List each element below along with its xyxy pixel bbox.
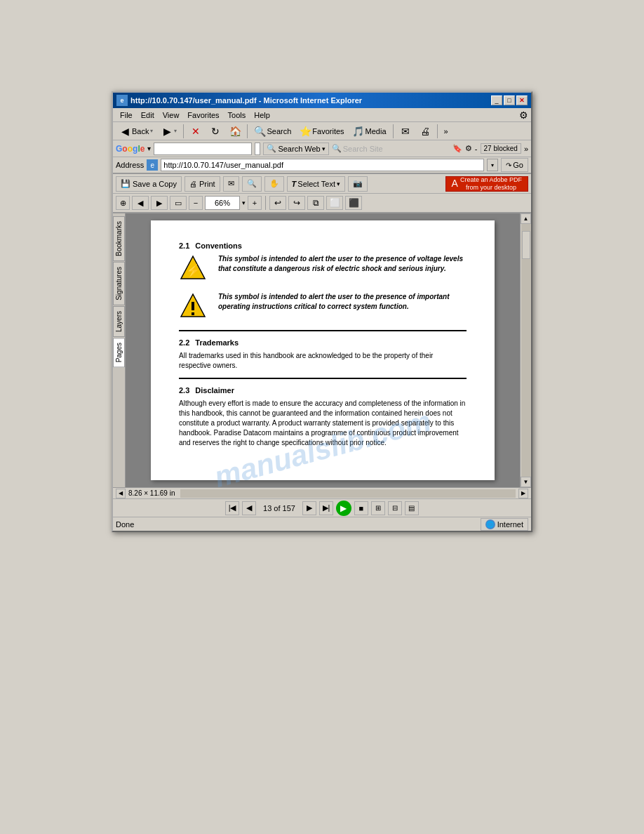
back-button[interactable]: ◀ Back ▾ [116, 124, 156, 139]
email-button[interactable]: ✉ [223, 176, 239, 192]
menu-tools[interactable]: Tools [224, 110, 250, 121]
menu-view[interactable]: View [159, 110, 184, 121]
find-button[interactable]: 🔍 [242, 176, 262, 192]
favorites-button[interactable]: ⭐ Favorites [296, 124, 347, 139]
google-search-input[interactable] [154, 143, 252, 155]
scroll-up-button[interactable]: ▲ [521, 213, 531, 224]
select-text-arrow[interactable]: ▾ [337, 180, 340, 187]
refresh-button[interactable]: ↻ [206, 124, 224, 139]
more-button[interactable]: » [441, 124, 452, 139]
bottom-scroll-track[interactable] [180, 489, 516, 498]
menu-favorites[interactable]: Favorites [183, 110, 223, 121]
address-input[interactable] [161, 159, 484, 171]
home-icon: 🏠 [229, 126, 241, 137]
scroll-track[interactable] [521, 224, 531, 477]
bookmark-icon[interactable]: 🔖 [452, 144, 462, 153]
signatures-tab[interactable]: Signatures [113, 262, 125, 305]
print-button[interactable]: 🖨 Print [185, 176, 220, 192]
mail-button[interactable]: ✉ [396, 124, 415, 139]
google-logo: Google [116, 144, 145, 154]
zoom-in-btn[interactable]: + [248, 196, 262, 210]
scroll-right-button[interactable]: ▶ [518, 489, 528, 498]
full-screen-btn[interactable]: ⬛ [345, 196, 362, 210]
print-icon: 🖨 [189, 180, 197, 188]
undo-btn[interactable]: ↩ [269, 196, 286, 210]
search-web-button[interactable]: 🔍 Search Web ▾ [263, 143, 328, 155]
more-icon[interactable]: » [524, 145, 528, 153]
find-icon: 🔍 [247, 179, 257, 188]
hand-tool-button[interactable]: ✋ [264, 176, 284, 192]
prev-page-button[interactable]: ◀ [242, 501, 256, 515]
toolbar-separator-2 [247, 124, 248, 138]
page-layout-btn[interactable]: ▭ [170, 196, 187, 210]
scroll-left-button[interactable]: ◀ [116, 489, 126, 498]
grid-view-3-button[interactable]: ▤ [405, 501, 419, 515]
snapshot-button[interactable]: 📷 [348, 176, 368, 192]
menu-file[interactable]: File [116, 110, 137, 121]
forward-button[interactable]: ▶ ▾ [158, 124, 180, 139]
play-button[interactable]: ▶ [336, 501, 351, 516]
email-icon: ✉ [228, 179, 234, 188]
left-panel-tabs: Bookmarks Signatures Layers Pages [113, 213, 126, 487]
back-dropdown-arrow[interactable]: ▾ [150, 128, 153, 134]
scroll-thumb[interactable] [522, 231, 530, 259]
layers-tab[interactable]: Layers [113, 306, 125, 337]
grid-view-1-button[interactable]: ⊞ [371, 501, 385, 515]
home-button[interactable]: 🏠 [226, 124, 244, 139]
ie-settings-icon[interactable]: ⚙ [519, 110, 528, 121]
minimize-button[interactable]: _ [491, 95, 502, 105]
go-icon: ↷ [506, 161, 511, 169]
browser-icon: e [116, 95, 128, 106]
scroll-down-button[interactable]: ▼ [521, 477, 531, 487]
bottom-scrollbar[interactable] [180, 489, 516, 498]
search-button[interactable]: 🔍 Search [250, 124, 295, 139]
zoom-out-btn[interactable]: − [189, 196, 203, 210]
close-button[interactable]: ✕ [516, 95, 528, 105]
menu-help[interactable]: Help [250, 110, 274, 121]
zoom-add-button[interactable]: ⊕ [116, 196, 130, 210]
save-copy-button[interactable]: 💾 Save a Copy [116, 176, 182, 192]
menu-bar: File Edit View Favorites Tools Help ⚙ [113, 108, 531, 122]
save-copy-label: Save a Copy [133, 180, 177, 188]
last-page-button[interactable]: ▶| [319, 501, 333, 515]
go-button[interactable]: ↷ Go [501, 158, 528, 172]
forward-dropdown-arrow[interactable]: ▾ [174, 128, 177, 134]
address-dropdown[interactable]: ▾ [487, 159, 498, 171]
disclaimer-text: Although every effort is made to ensure … [179, 399, 467, 448]
media-button[interactable]: 🎵 Media [349, 124, 390, 139]
section-divider-2 [179, 378, 467, 379]
copy-btn[interactable]: ⧉ [307, 196, 324, 210]
redo-btn[interactable]: ↪ [288, 196, 305, 210]
section-2-3-heading: 2.3 Disclaimer [179, 386, 467, 395]
pages-tab[interactable]: Pages [113, 338, 125, 367]
menu-edit[interactable]: Edit [137, 110, 159, 121]
next-page-button[interactable]: ▶ [302, 501, 316, 515]
search-site-button[interactable]: 🔍 Search Site [332, 144, 383, 153]
create-adobe-pdf-button[interactable]: A Create an Adobe PDF from your desktop [445, 176, 528, 192]
media-label: Media [365, 127, 387, 135]
blocked-badge[interactable]: 27 blocked [481, 143, 521, 154]
section-2-2-heading: 2.2 Trademarks [179, 338, 467, 347]
options-icon[interactable]: ⚙ [465, 144, 472, 153]
pages-label: Pages [115, 343, 123, 362]
save-icon: 💾 [121, 179, 130, 188]
maximize-button[interactable]: □ [504, 95, 515, 105]
forward-page-icon-btn[interactable]: ▶ [151, 196, 168, 210]
print-toolbar-button[interactable]: 🖨 [416, 124, 434, 139]
bookmarks-tab[interactable]: Bookmarks [113, 216, 125, 261]
search-web-arrow[interactable]: ▾ [322, 145, 326, 152]
first-page-button[interactable]: |◀ [225, 501, 239, 515]
security-zone: 🌐 Internet [481, 518, 528, 531]
thumbnail-btn[interactable]: ⬜ [326, 196, 343, 210]
stop-play-button[interactable]: ■ [354, 501, 368, 515]
zoom-dropdown[interactable]: ▾ [242, 199, 246, 206]
search-icon: 🔍 [254, 126, 265, 137]
text-select-icon: T [292, 180, 297, 188]
google-dropdown-arrow[interactable]: ▾ [147, 145, 151, 152]
grid-view-2-button[interactable]: ⊟ [388, 501, 402, 515]
go-label: Go [513, 161, 523, 169]
select-text-button[interactable]: T Select Text ▾ [287, 176, 345, 192]
back-page-icon-btn[interactable]: ◀ [132, 196, 149, 210]
stop-button[interactable]: ✕ [187, 124, 205, 139]
zoom-level-display[interactable]: 66% [205, 196, 240, 210]
